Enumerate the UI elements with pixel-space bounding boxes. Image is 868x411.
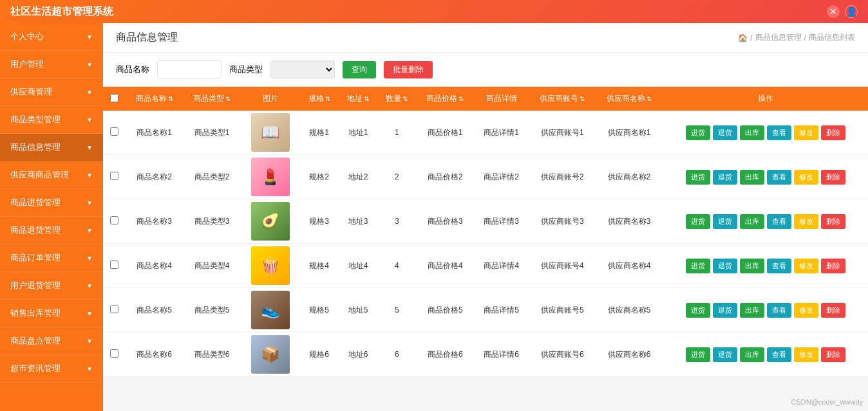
- row-supplier-name-1: 供应商名称2: [596, 155, 663, 199]
- btn-return-5[interactable]: 退货: [713, 347, 737, 362]
- btn-delete-2[interactable]: 删除: [821, 214, 845, 229]
- row-checkbox-1[interactable]: [103, 155, 126, 199]
- sidebar-item-supplier[interactable]: 供应商管理 ▼: [0, 78, 103, 106]
- row-type-4: 商品类型5: [183, 288, 240, 333]
- watermark: CSDN@coder_wwwdy: [791, 398, 863, 406]
- btn-warehouse-5[interactable]: 出库: [740, 347, 764, 362]
- row-supplier-name-5: 供应商名称6: [596, 333, 663, 377]
- btn-in-0[interactable]: 进货: [686, 125, 710, 140]
- btn-edit-5[interactable]: 修改: [794, 347, 818, 362]
- search-name-input[interactable]: [157, 60, 222, 78]
- sidebar-item-purchase[interactable]: 商品进货管理 ▼: [0, 189, 103, 217]
- select-all-checkbox[interactable]: [110, 94, 118, 102]
- row-actions-3: 进货 退货 出库 查看 修改 删除: [663, 244, 868, 288]
- search-type-select[interactable]: 商品类型1 商品类型2: [270, 60, 335, 78]
- sidebar-item-inventory[interactable]: 商品盘点管理 ▼: [0, 327, 103, 355]
- row-image-2: 🥑: [241, 199, 300, 244]
- btn-return-0[interactable]: 退货: [713, 125, 737, 140]
- btn-edit-2[interactable]: 修改: [794, 214, 818, 229]
- row-type-2: 商品类型3: [183, 199, 240, 244]
- sidebar-item-return[interactable]: 商品退货管理 ▼: [0, 217, 103, 244]
- sidebar-arrow-category: ▼: [86, 116, 93, 123]
- btn-delete-5[interactable]: 删除: [821, 347, 845, 362]
- th-qty: 数量⇅: [377, 87, 416, 111]
- btn-view-1[interactable]: 查看: [767, 170, 791, 185]
- btn-warehouse-2[interactable]: 出库: [740, 214, 764, 229]
- user-button[interactable]: 👤: [845, 5, 858, 18]
- row-supplier-name-0: 供应商名称1: [596, 111, 663, 155]
- th-price: 商品价格⇅: [417, 87, 474, 111]
- row-checkbox-2[interactable]: [103, 199, 126, 244]
- product-image-1: 💄: [251, 158, 290, 196]
- btn-in-3[interactable]: 进货: [686, 259, 710, 273]
- btn-delete-3[interactable]: 删除: [821, 259, 845, 273]
- btn-in-5[interactable]: 进货: [686, 347, 710, 362]
- row-qty-1: 2: [377, 155, 416, 199]
- row-supplier-name-2: 供应商名称3: [596, 199, 663, 244]
- product-table: 商品名称⇅ 商品类型⇅ 图片 规格⇅ 地址⇅ 数量⇅ 商品价格⇅ 商品详情 供应…: [103, 87, 868, 377]
- btn-warehouse-0[interactable]: 出库: [740, 125, 764, 140]
- btn-view-4[interactable]: 查看: [767, 303, 791, 318]
- breadcrumb-home-icon: 🏠: [738, 33, 748, 42]
- row-actions-2: 进货 退货 出库 查看 修改 删除: [663, 199, 868, 244]
- btn-view-2[interactable]: 查看: [767, 214, 791, 229]
- btn-in-2[interactable]: 进货: [686, 214, 710, 229]
- sidebar-label-supplier-product: 供应商商品管理: [10, 169, 69, 181]
- sidebar-item-sales[interactable]: 销售出库管理 ▼: [0, 300, 103, 327]
- sidebar-label-order: 商品订单管理: [10, 252, 61, 264]
- btn-view-5[interactable]: 查看: [767, 347, 791, 362]
- product-image-3: 🍿: [251, 246, 290, 285]
- row-actions-4: 进货 退货 出库 查看 修改 删除: [663, 288, 868, 333]
- row-checkbox-0[interactable]: [103, 111, 126, 155]
- btn-delete-4[interactable]: 删除: [821, 303, 845, 318]
- sidebar-item-category[interactable]: 商品类型管理 ▼: [0, 106, 103, 134]
- th-supplier-name: 供应商名称⇅: [596, 87, 663, 111]
- sidebar-item-news[interactable]: 超市资讯管理 ▼: [0, 355, 103, 383]
- close-button[interactable]: ✕: [827, 5, 840, 18]
- row-supplier-name-3: 供应商名称4: [596, 244, 663, 288]
- row-qty-0: 1: [377, 111, 416, 155]
- btn-view-0[interactable]: 查看: [767, 125, 791, 140]
- btn-in-1[interactable]: 进货: [686, 170, 710, 185]
- sidebar-item-user[interactable]: 用户管理 ▼: [0, 51, 103, 78]
- btn-warehouse-4[interactable]: 出库: [740, 303, 764, 318]
- btn-return-4[interactable]: 退货: [713, 303, 737, 318]
- btn-edit-0[interactable]: 修改: [794, 125, 818, 140]
- batch-delete-button[interactable]: 批量删除: [384, 61, 433, 78]
- btn-view-3[interactable]: 查看: [767, 259, 791, 273]
- btn-return-3[interactable]: 退货: [713, 259, 737, 273]
- btn-warehouse-1[interactable]: 出库: [740, 170, 764, 185]
- row-qty-3: 4: [377, 244, 416, 288]
- sidebar-item-order[interactable]: 商品订单管理 ▼: [0, 244, 103, 272]
- sidebar-item-product-info[interactable]: 商品信息管理 ▼: [0, 134, 103, 161]
- row-checkbox-4[interactable]: [103, 288, 126, 333]
- row-price-1: 商品价格2: [417, 155, 474, 199]
- row-checkbox-3[interactable]: [103, 244, 126, 288]
- row-type-5: 商品类型6: [183, 333, 240, 377]
- btn-delete-1[interactable]: 删除: [821, 170, 845, 185]
- row-image-1: 💄: [241, 155, 300, 199]
- product-image-0: 📖: [251, 113, 290, 152]
- th-image: 图片: [241, 87, 300, 111]
- sidebar-item-user-return[interactable]: 用户退货管理 ▼: [0, 272, 103, 300]
- btn-in-4[interactable]: 进货: [686, 303, 710, 318]
- btn-edit-3[interactable]: 修改: [794, 259, 818, 273]
- btn-return-1[interactable]: 退货: [713, 170, 737, 185]
- row-type-3: 商品类型4: [183, 244, 240, 288]
- row-type-0: 商品类型1: [183, 111, 240, 155]
- btn-delete-0[interactable]: 删除: [821, 125, 845, 140]
- th-detail: 商品详情: [474, 87, 529, 111]
- row-spec-1: 规格2: [300, 155, 339, 199]
- btn-edit-4[interactable]: 修改: [794, 303, 818, 318]
- sidebar-item-personal[interactable]: 个人中心 ▼: [0, 23, 103, 51]
- table-row: 商品名称1 商品类型1 📖 规格1 地址1 1 商品价格1 商品详情1 供应商账…: [103, 111, 868, 155]
- search-button[interactable]: 查询: [343, 61, 376, 78]
- page-header: 商品信息管理 🏠 / 商品信息管理 / 商品信息列表: [103, 23, 868, 53]
- sidebar-item-supplier-product[interactable]: 供应商商品管理 ▼: [0, 161, 103, 189]
- row-checkbox-5[interactable]: [103, 333, 126, 377]
- btn-edit-1[interactable]: 修改: [794, 170, 818, 185]
- row-detail-1: 商品详情2: [474, 155, 529, 199]
- btn-return-2[interactable]: 退货: [713, 214, 737, 229]
- btn-warehouse-3[interactable]: 出库: [740, 259, 764, 273]
- row-spec-5: 规格6: [300, 333, 339, 377]
